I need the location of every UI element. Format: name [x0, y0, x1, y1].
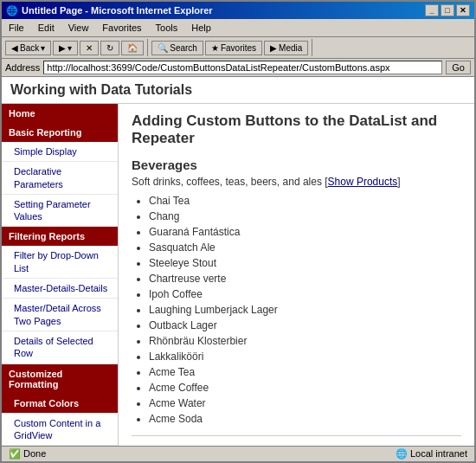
beverages-desc: Soft drinks, coffees, teas, beers, and a…	[132, 176, 461, 188]
page-area: Working with Data Tutorials Home Basic R…	[2, 77, 474, 446]
list-item: Acme Coffee	[149, 380, 461, 395]
forward-button[interactable]: ▶ ▾	[53, 41, 78, 55]
status-icon: ✅	[9, 448, 21, 459]
refresh-icon: ↻	[106, 43, 113, 53]
list-item: Laughing Lumberjack Lager	[149, 302, 461, 318]
stop-icon: ✕	[86, 43, 93, 53]
menu-bar: File Edit View Favorites Tools Help	[2, 19, 474, 37]
status-bar: ✅ Done 🌐 Local intranet	[2, 446, 474, 461]
sidebar-item-master-detail-across[interactable]: Master/Detail Across Two Pages	[2, 299, 118, 331]
address-label: Address	[5, 62, 40, 73]
browser-window: 🌐 Untitled Page - Microsoft Internet Exp…	[0, 0, 476, 463]
sidebar-customized-formatting-header[interactable]: Customized Formatting	[2, 364, 118, 394]
address-bar: Address Go	[2, 59, 474, 77]
list-item: Lakkalikööri	[149, 349, 461, 364]
status-left: ✅ Done	[9, 448, 46, 460]
list-item: Chai Tea	[149, 193, 461, 209]
close-button[interactable]: ✕	[456, 4, 470, 16]
address-input[interactable]	[43, 61, 442, 74]
separator-2	[312, 39, 312, 56]
list-item: Acme Water	[149, 395, 461, 411]
beverages-show-products-link[interactable]: Show Products	[328, 176, 398, 188]
stop-button[interactable]: ✕	[80, 41, 99, 55]
sidebar-filtering-reports-header[interactable]: Filtering Reports	[2, 227, 118, 246]
list-item: Rhönbräu Klosterbier	[149, 333, 461, 349]
sidebar-item-master-details[interactable]: Master-Details-Details	[2, 279, 118, 299]
refresh-button[interactable]: ↻	[100, 41, 119, 55]
page-body: Home Basic Reporting Simple Display Decl…	[2, 104, 474, 446]
home-button[interactable]: 🏠	[121, 41, 144, 55]
browser-icon: 🌐	[6, 5, 18, 16]
main-title: Adding Custom Buttons to the DataList an…	[132, 113, 461, 147]
title-bar-left: 🌐 Untitled Page - Microsoft Internet Exp…	[6, 5, 213, 16]
category-beverages: Beverages Soft drinks, coffees, teas, be…	[132, 158, 461, 427]
beverages-product-list: Chai Tea Chang Guaraná Fantástica Sasqua…	[149, 193, 461, 427]
beverages-title: Beverages	[132, 158, 461, 172]
window-title: Untitled Page - Microsoft Internet Explo…	[22, 5, 213, 16]
search-icon: 🔍	[158, 43, 168, 53]
sidebar-item-details-selected-row[interactable]: Details of Selected Row	[2, 331, 118, 364]
menu-view[interactable]: View	[61, 21, 96, 35]
back-icon: ◀	[11, 43, 18, 53]
sidebar-item-format-colors[interactable]: Format Colors	[2, 394, 118, 414]
sidebar-item-simple-display[interactable]: Simple Display	[2, 142, 118, 162]
status-text: Done	[23, 448, 46, 459]
list-item: Guaraná Fantástica	[149, 224, 461, 240]
list-item: Steeleye Stout	[149, 255, 461, 271]
media-icon: ▶	[270, 43, 277, 53]
sidebar-item-setting-parameter-values[interactable]: Setting Parameter Values	[2, 195, 118, 228]
list-item: Ipoh Coffee	[149, 286, 461, 302]
list-item: Acme Soda	[149, 411, 461, 427]
status-right-text: Local intranet	[410, 448, 467, 459]
menu-tools[interactable]: Tools	[149, 21, 185, 35]
home-icon: 🏠	[127, 43, 138, 53]
page-header: Working with Data Tutorials	[2, 77, 474, 104]
sidebar: Home Basic Reporting Simple Display Decl…	[2, 104, 119, 446]
sidebar-item-filter-dropdown[interactable]: Filter by Drop-Down List	[2, 246, 118, 279]
list-item: Acme Tea	[149, 364, 461, 380]
menu-edit[interactable]: Edit	[31, 21, 61, 35]
menu-help[interactable]: Help	[184, 21, 218, 35]
favorites-button[interactable]: ★ Favorites	[205, 41, 262, 55]
chevron-down-icon2: ▾	[68, 43, 72, 53]
chevron-down-icon: ▾	[41, 43, 45, 53]
sidebar-item-declarative-parameters[interactable]: Declarative Parameters	[2, 162, 118, 195]
list-item: Chang	[149, 209, 461, 224]
list-item: Sasquatch Ale	[149, 240, 461, 255]
separator-1	[147, 39, 148, 56]
minimize-button[interactable]: _	[425, 4, 439, 16]
star-icon: ★	[211, 43, 219, 53]
media-button[interactable]: ▶ Media	[264, 41, 308, 55]
search-button[interactable]: 🔍 Search	[151, 41, 203, 55]
title-bar-buttons: _ □ ✕	[425, 4, 470, 16]
sidebar-item-custom-content-gridview[interactable]: Custom Content in a GridView	[2, 414, 118, 446]
back-button[interactable]: ◀ Back ▾	[5, 41, 51, 55]
title-bar: 🌐 Untitled Page - Microsoft Internet Exp…	[2, 2, 474, 19]
sidebar-basic-reporting-header[interactable]: Basic Reporting	[2, 123, 118, 142]
forward-icon: ▶	[59, 43, 66, 53]
main-content: Adding Custom Buttons to the DataList an…	[119, 104, 474, 446]
go-button[interactable]: Go	[446, 61, 471, 74]
status-right: 🌐 Local intranet	[396, 448, 467, 460]
maximize-button[interactable]: □	[441, 4, 454, 16]
toolbar: ◀ Back ▾ ▶ ▾ ✕ ↻ 🏠 🔍 Search ★ Favorites …	[2, 37, 474, 59]
list-item: Outback Lager	[149, 318, 461, 333]
menu-file[interactable]: File	[2, 21, 31, 35]
menu-favorites[interactable]: Favorites	[95, 21, 148, 35]
divider-1	[132, 435, 461, 436]
list-item: Chartreuse verte	[149, 271, 461, 286]
sidebar-home-header[interactable]: Home	[2, 104, 118, 123]
intranet-icon: 🌐	[396, 448, 408, 459]
